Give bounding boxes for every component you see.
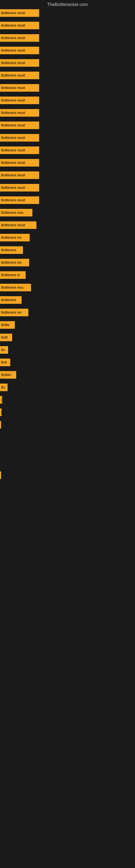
bottleneck-bar: Bottleneck res bbox=[0, 234, 30, 241]
bottleneck-bar: Bottleneck res bbox=[0, 259, 29, 267]
bottleneck-bar: Bottleneck bbox=[0, 296, 21, 304]
bottleneck-label: Bo bbox=[1, 385, 5, 389]
bar-row: Bottle bbox=[0, 321, 135, 329]
bottleneck-bar: | bbox=[0, 396, 2, 404]
bar-row: Bottleneck result bbox=[0, 184, 135, 191]
bottleneck-bar: Bo bbox=[0, 346, 8, 354]
bottleneck-label: Bottleneck result bbox=[1, 161, 25, 165]
bottleneck-bar: Bottleneck result bbox=[0, 34, 39, 42]
bar-row: Bottleneck result bbox=[0, 46, 135, 54]
bar-row: | bbox=[0, 408, 135, 416]
bar-row bbox=[0, 471, 135, 479]
bar-row: Bottleneck result bbox=[0, 134, 135, 142]
bar-row: Bottleneck result bbox=[0, 172, 135, 179]
bar-row: Bo bbox=[0, 383, 135, 391]
bottleneck-label: Bottleneck result bbox=[1, 136, 25, 140]
bar-row: Bottleneck result bbox=[0, 84, 135, 92]
bottleneck-bar: Bottleneck result bbox=[0, 9, 39, 17]
bar-row: Bottleneck resu bbox=[0, 284, 135, 291]
bottleneck-bar: Bottleneck result bbox=[0, 59, 39, 67]
bar-row: Bottleneck result bbox=[0, 221, 135, 229]
bar-row: Bott bbox=[0, 359, 135, 366]
bottleneck-bar: Bottl bbox=[0, 334, 12, 341]
bottleneck-label: Bottleneck result bbox=[1, 186, 25, 190]
bars-container: Bottleneck resultBottleneck resultBottle… bbox=[0, 9, 135, 479]
bottleneck-label: Bottleneck result bbox=[1, 98, 25, 102]
bar-row: Bottleneck result bbox=[0, 34, 135, 42]
bottleneck-label: Bottleneck res bbox=[1, 236, 21, 240]
bar-row bbox=[0, 441, 135, 444]
bottleneck-label: Bottleneck result bbox=[1, 49, 25, 52]
bottleneck-label: Bottleneck result bbox=[1, 36, 25, 40]
bottleneck-label: Bottleneck res bbox=[1, 311, 21, 314]
bottleneck-label: Bottleneck resu bbox=[1, 286, 24, 289]
bottleneck-label: Bottle bbox=[1, 323, 9, 327]
bottleneck-bar: Bottleneck result bbox=[0, 109, 39, 117]
bar-row bbox=[0, 421, 135, 429]
bar-row: Bottleneck result bbox=[0, 147, 135, 154]
bottleneck-label: Bottleneck bbox=[1, 248, 16, 252]
bottleneck-bar: Bottleneck result bbox=[0, 122, 39, 129]
site-header: TheBottlenecker.com bbox=[0, 0, 135, 9]
bottleneck-label: Bottleneck result bbox=[1, 24, 25, 27]
bottleneck-bar: Bottleneck result bbox=[0, 184, 39, 191]
bar-row: Bottlen bbox=[0, 371, 135, 379]
bottleneck-label: | bbox=[1, 398, 2, 402]
bar-row bbox=[0, 464, 135, 467]
bottleneck-label: Bottleneck result bbox=[1, 11, 25, 15]
bottleneck-bar: Bottleneck result bbox=[0, 196, 39, 204]
bar-row: Bottleneck result bbox=[0, 59, 135, 67]
site-title: TheBottlenecker.com bbox=[47, 2, 88, 7]
bottleneck-label: Bottleneck re bbox=[1, 273, 20, 277]
bottleneck-bar: | bbox=[0, 408, 2, 416]
bar-row: Bottleneck result bbox=[0, 72, 135, 79]
bar-row: Bottleneck result bbox=[0, 109, 135, 117]
bottleneck-label: Bottlen bbox=[1, 373, 11, 377]
bottleneck-bar: Bottleneck res bbox=[0, 309, 28, 316]
bar-row: Bottleneck result bbox=[0, 122, 135, 129]
bottleneck-bar: Bottleneck resu bbox=[0, 284, 31, 291]
bar-row: Bottleneck bbox=[0, 246, 135, 254]
bottleneck-label: Bottleneck result bbox=[1, 198, 25, 202]
bottleneck-label: Bottl bbox=[1, 336, 8, 339]
bar-row: Bottleneck res bbox=[0, 259, 135, 267]
bottleneck-label: Bottleneck bbox=[1, 298, 16, 302]
bar-row: Bottleneck result bbox=[0, 159, 135, 166]
bottleneck-bar: Bottleneck resu bbox=[0, 209, 32, 216]
bottleneck-label: Bott bbox=[1, 361, 7, 364]
bottleneck-bar: Bottleneck result bbox=[0, 72, 39, 79]
bottleneck-bar: Bottleneck result bbox=[0, 22, 39, 29]
bottleneck-label: Bottleneck result bbox=[1, 61, 25, 65]
bottleneck-label: Bottleneck result bbox=[1, 173, 25, 177]
bottleneck-bar: Bottleneck result bbox=[0, 46, 39, 54]
bar-row: Bo bbox=[0, 346, 135, 354]
bar-row: Bottleneck re bbox=[0, 271, 135, 279]
bar-row: Bottleneck res bbox=[0, 309, 135, 316]
bar-row: Bottleneck res bbox=[0, 234, 135, 241]
bar-row: Bottl bbox=[0, 334, 135, 341]
bottleneck-bar: Bottleneck result bbox=[0, 172, 39, 179]
bottleneck-bar: Bo bbox=[0, 383, 8, 391]
bottleneck-label: Bottleneck res bbox=[1, 261, 21, 265]
bottleneck-label: Bottleneck result bbox=[1, 148, 25, 152]
bottleneck-label: Bo bbox=[1, 348, 5, 352]
bottleneck-label: Bottleneck result bbox=[1, 86, 25, 90]
bar-row bbox=[0, 433, 135, 436]
bottleneck-bar: Bottleneck result bbox=[0, 84, 39, 92]
bottleneck-bar bbox=[0, 421, 1, 429]
bottleneck-label: Bottleneck result bbox=[1, 123, 25, 127]
bar-row bbox=[0, 456, 135, 459]
bottleneck-bar: Bottleneck result bbox=[0, 221, 37, 229]
bottleneck-label: Bottleneck resu bbox=[1, 211, 24, 215]
bottleneck-bar: Bottleneck result bbox=[0, 97, 39, 104]
bottleneck-label: Bottleneck result bbox=[1, 111, 25, 115]
bar-row: Bottleneck result bbox=[0, 9, 135, 17]
bottleneck-bar: Bottleneck result bbox=[0, 134, 39, 142]
bottleneck-bar: Bottle bbox=[0, 321, 15, 329]
bar-row: Bottleneck result bbox=[0, 97, 135, 104]
bottleneck-label: | bbox=[1, 410, 2, 414]
bottleneck-bar: Bottleneck bbox=[0, 246, 23, 254]
bar-row: | bbox=[0, 396, 135, 404]
bottleneck-bar: Bottleneck result bbox=[0, 159, 39, 166]
bar-row: Bottleneck bbox=[0, 296, 135, 304]
